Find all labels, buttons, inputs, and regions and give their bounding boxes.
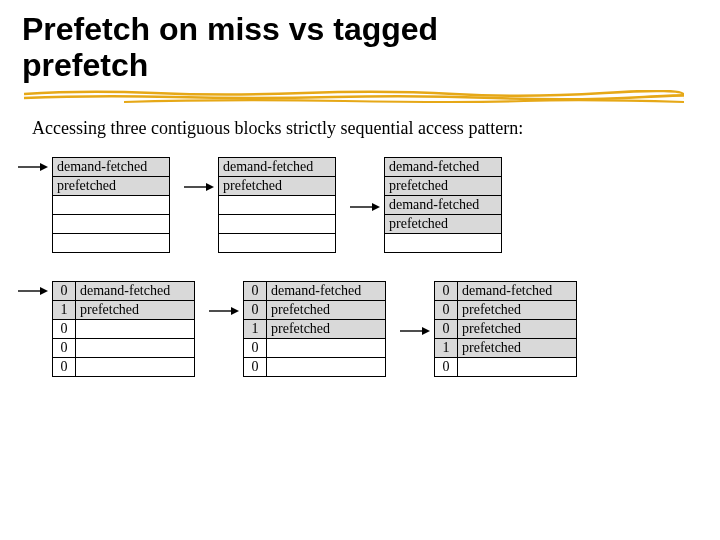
- cache-cell: [219, 195, 336, 214]
- cache-cell: prefetched: [458, 300, 577, 319]
- svg-marker-5: [372, 203, 380, 211]
- tag-cell: 0: [244, 338, 267, 357]
- tag-cell: 0: [244, 300, 267, 319]
- cache-cell: [219, 214, 336, 233]
- slide-title: Prefetch on miss vs tagged prefetch: [22, 12, 698, 84]
- cache-table: demand-fetchedprefetched: [52, 157, 170, 253]
- cache-top-2: demand-fetchedprefetcheddemand-fetchedpr…: [384, 157, 502, 253]
- cache-table: 0demand-fetched1prefetched000: [52, 281, 195, 377]
- tag-cell: 0: [435, 319, 458, 338]
- title-line-2: prefetch: [22, 47, 148, 83]
- cache-cell: demand-fetched: [219, 157, 336, 176]
- arrow-icon: [18, 286, 48, 296]
- cache-cell: [53, 195, 170, 214]
- cache-bottom-2: 0demand-fetched0prefetched0prefetched1pr…: [434, 281, 577, 377]
- cache-cell: prefetched: [219, 176, 336, 195]
- cache-cell: [267, 357, 386, 376]
- tag-cell: 1: [53, 300, 76, 319]
- cache-cell: demand-fetched: [385, 195, 502, 214]
- cache-cell: prefetched: [385, 176, 502, 195]
- arrow-icon: [184, 182, 214, 192]
- cache-cell: [53, 233, 170, 252]
- bottom-row: 0demand-fetched1prefetched0000demand-fet…: [52, 281, 698, 377]
- tag-cell: 0: [53, 338, 76, 357]
- cache-cell: [76, 319, 195, 338]
- cache-cell: [267, 338, 386, 357]
- cache-table: 0demand-fetched0prefetched1prefetched00: [243, 281, 386, 377]
- cache-cell: prefetched: [385, 214, 502, 233]
- cache-cell: demand-fetched: [267, 281, 386, 300]
- cache-cell: prefetched: [267, 300, 386, 319]
- cache-cell: [219, 233, 336, 252]
- svg-marker-3: [206, 183, 214, 191]
- cache-bottom-0: 0demand-fetched1prefetched000: [52, 281, 195, 377]
- cache-cell: prefetched: [267, 319, 386, 338]
- cache-table: demand-fetchedprefetched: [218, 157, 336, 253]
- cache-cell: demand-fetched: [385, 157, 502, 176]
- cache-cell: [76, 338, 195, 357]
- tag-cell: 0: [435, 300, 458, 319]
- svg-marker-11: [422, 327, 430, 335]
- cache-cell: prefetched: [76, 300, 195, 319]
- subtitle-text: Accessing three contiguous blocks strict…: [32, 118, 698, 139]
- cache-cell: prefetched: [458, 319, 577, 338]
- cache-cell: prefetched: [53, 176, 170, 195]
- title-line-1: Prefetch on miss vs tagged: [22, 11, 438, 47]
- tag-cell: 0: [244, 281, 267, 300]
- arrow-icon: [350, 202, 380, 212]
- cache-cell: demand-fetched: [53, 157, 170, 176]
- tag-cell: 0: [53, 281, 76, 300]
- cache-top-1: demand-fetchedprefetched: [218, 157, 336, 253]
- svg-marker-9: [231, 307, 239, 315]
- top-row: demand-fetchedprefetcheddemand-fetchedpr…: [52, 157, 698, 253]
- svg-marker-7: [40, 287, 48, 295]
- tag-cell: 0: [53, 319, 76, 338]
- tag-cell: 0: [244, 357, 267, 376]
- cache-cell: [385, 233, 502, 252]
- arrow-icon: [18, 162, 48, 172]
- cache-cell: demand-fetched: [458, 281, 577, 300]
- cache-bottom-1: 0demand-fetched0prefetched1prefetched00: [243, 281, 386, 377]
- tag-cell: 1: [244, 319, 267, 338]
- cache-top-0: demand-fetchedprefetched: [52, 157, 170, 253]
- arrow-icon: [400, 326, 430, 336]
- cache-cell: [53, 214, 170, 233]
- arrow-icon: [209, 306, 239, 316]
- cache-table: demand-fetchedprefetcheddemand-fetchedpr…: [384, 157, 502, 253]
- cache-cell: [458, 357, 577, 376]
- tag-cell: 1: [435, 338, 458, 357]
- cache-cell: [76, 357, 195, 376]
- cache-cell: demand-fetched: [76, 281, 195, 300]
- tag-cell: 0: [435, 357, 458, 376]
- tag-cell: 0: [53, 357, 76, 376]
- cache-cell: prefetched: [458, 338, 577, 357]
- svg-marker-1: [40, 163, 48, 171]
- cache-table: 0demand-fetched0prefetched0prefetched1pr…: [434, 281, 577, 377]
- title-underline: [22, 90, 700, 104]
- tag-cell: 0: [435, 281, 458, 300]
- diagram-area: demand-fetchedprefetcheddemand-fetchedpr…: [22, 157, 698, 377]
